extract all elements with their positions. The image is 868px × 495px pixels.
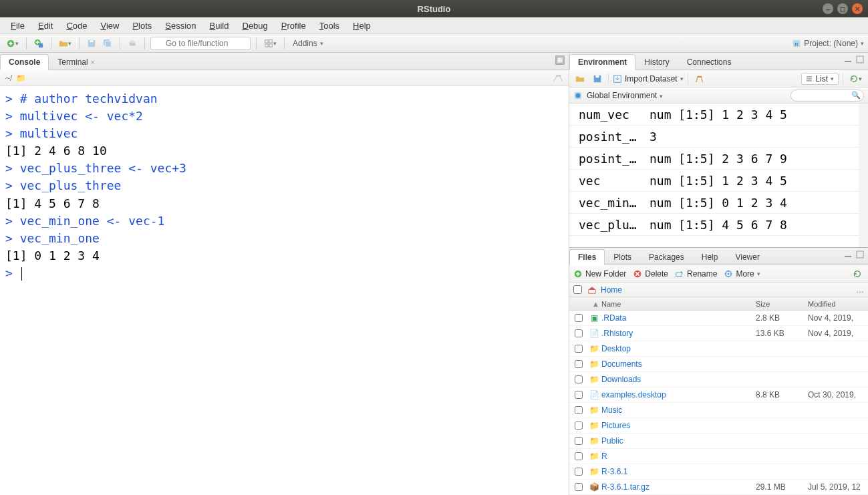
clear-env-button[interactable] — [692, 73, 706, 85]
file-checkbox[interactable] — [575, 314, 583, 322]
file-checkbox[interactable] — [575, 483, 583, 491]
menu-help[interactable]: Help — [346, 19, 378, 33]
file-row[interactable]: 📁R-3.6.1 — [569, 464, 868, 480]
file-name[interactable]: .RData — [600, 313, 756, 323]
file-name[interactable]: Downloads — [600, 375, 756, 384]
goto-input[interactable] — [150, 37, 251, 50]
file-name[interactable]: R-3.6.1.tar.gz — [600, 482, 756, 492]
file-name[interactable]: .Rhistory — [600, 329, 756, 338]
tab-packages[interactable]: Packages — [640, 249, 693, 265]
files-more-icon[interactable]: … — [856, 285, 864, 295]
refresh-env-button[interactable]: ▾ — [847, 73, 864, 85]
file-checkbox[interactable] — [575, 391, 583, 399]
file-row[interactable]: 📁Desktop — [569, 341, 868, 357]
env-scope-selector[interactable]: Global Environment ▾ — [587, 91, 663, 100]
window-maximize-button[interactable]: ◻ — [837, 3, 848, 14]
file-row[interactable]: ▣.RData2.8 KBNov 4, 2019, — [569, 311, 868, 326]
new-project-button[interactable] — [32, 37, 45, 49]
wd-browse-icon[interactable]: 📁 — [16, 73, 26, 83]
file-checkbox[interactable] — [575, 468, 583, 476]
file-row[interactable]: 📁Pictures — [569, 418, 868, 434]
open-env-button[interactable] — [573, 73, 587, 85]
open-file-button[interactable]: ▾ — [57, 37, 74, 49]
new-file-button[interactable]: ▾ — [4, 37, 21, 49]
tab-console[interactable]: Console — [0, 54, 49, 70]
col-modified[interactable]: Modified — [808, 300, 868, 308]
file-name[interactable]: Documents — [600, 359, 756, 369]
tab-history[interactable]: History — [635, 54, 678, 69]
goto-file-function[interactable]: ➜ — [150, 37, 251, 50]
new-folder-button[interactable]: New Folder — [573, 269, 626, 279]
console-output[interactable]: > # author techvidvan> multivec <- vec*2… — [0, 86, 569, 495]
grid-button[interactable]: ▾ — [262, 37, 279, 49]
file-row[interactable]: 📦R-3.6.1.tar.gz29.1 MBJul 5, 2019, 12 — [569, 480, 868, 495]
window-close-button[interactable]: ✕ — [852, 3, 863, 14]
file-name[interactable]: Desktop — [600, 344, 756, 353]
menu-view[interactable]: View — [94, 19, 126, 33]
menu-file[interactable]: File — [4, 19, 31, 33]
env-row[interactable]: num_vecnum [1:5] 1 2 3 4 5 — [569, 104, 859, 126]
menu-build[interactable]: Build — [203, 19, 236, 33]
tab-terminal[interactable]: Terminal× — [49, 54, 103, 69]
save-button[interactable] — [85, 37, 98, 49]
file-checkbox[interactable] — [575, 360, 583, 368]
env-view-toggle[interactable]: List ▾ — [801, 73, 839, 85]
env-row[interactable]: vec_min…num [1:5] 0 1 2 3 4 — [569, 192, 859, 214]
file-checkbox[interactable] — [575, 452, 583, 460]
menu-session[interactable]: Session — [158, 19, 202, 33]
file-checkbox[interactable] — [575, 329, 583, 337]
file-row[interactable]: 📁Music — [569, 403, 868, 418]
rename-button[interactable]: Rename — [675, 269, 717, 279]
breadcrumb-home[interactable]: Home — [601, 285, 622, 295]
env-row[interactable]: posint_…num [1:5] 2 3 6 7 9 — [569, 148, 859, 170]
file-name[interactable]: Music — [600, 405, 756, 415]
tab-files[interactable]: Files — [569, 249, 605, 265]
tab-help[interactable]: Help — [693, 249, 727, 265]
tab-plots[interactable]: Plots — [605, 249, 640, 265]
minimize-pane-icon[interactable] — [844, 55, 852, 63]
tab-environment[interactable]: Environment — [569, 54, 635, 70]
clear-console-icon[interactable] — [553, 73, 563, 83]
home-icon[interactable] — [587, 285, 597, 295]
col-name[interactable]: Name — [588, 300, 756, 308]
file-checkbox[interactable] — [575, 422, 583, 430]
file-checkbox[interactable] — [575, 406, 583, 414]
menu-edit[interactable]: Edit — [31, 19, 59, 33]
file-name[interactable]: R — [600, 452, 756, 461]
save-all-button[interactable] — [101, 37, 114, 49]
menu-code[interactable]: Code — [59, 19, 94, 33]
file-row[interactable]: 📁R — [569, 449, 868, 464]
delete-button[interactable]: Delete — [633, 269, 668, 279]
window-minimize-button[interactable]: ‒ — [823, 3, 833, 14]
menu-plots[interactable]: Plots — [126, 19, 158, 33]
menu-debug[interactable]: Debug — [236, 19, 275, 33]
save-env-button[interactable] — [591, 73, 604, 85]
file-checkbox[interactable] — [575, 437, 583, 445]
refresh-files-button[interactable] — [851, 268, 864, 280]
addins-menu[interactable]: Addins ▾ — [290, 39, 326, 48]
file-row[interactable]: 📄.Rhistory13.6 KBNov 4, 2019, — [569, 326, 868, 341]
file-checkbox[interactable] — [575, 345, 583, 353]
more-button[interactable]: More ▾ — [724, 269, 760, 279]
col-size[interactable]: Size — [756, 300, 808, 308]
file-name[interactable]: Public — [600, 436, 756, 446]
maximize-pane-icon[interactable] — [856, 251, 864, 259]
file-row[interactable]: 📄examples.desktop8.8 KBOct 30, 2019, — [569, 387, 868, 403]
import-dataset-button[interactable]: Import Dataset ▾ — [613, 74, 684, 84]
print-button[interactable] — [126, 37, 139, 49]
file-name[interactable]: R-3.6.1 — [600, 467, 756, 476]
file-row[interactable]: 📁Documents — [569, 357, 868, 372]
project-selector[interactable]: R Project: (None) ▾ — [792, 39, 864, 48]
select-all-checkbox[interactable] — [573, 285, 582, 294]
env-row[interactable]: posint_…3 — [569, 126, 859, 148]
menu-tools[interactable]: Tools — [313, 19, 346, 33]
pane-layout-icon[interactable] — [555, 55, 565, 65]
menu-profile[interactable]: Profile — [275, 19, 313, 33]
file-checkbox[interactable] — [575, 375, 583, 383]
maximize-pane-icon[interactable] — [856, 55, 864, 63]
file-name[interactable]: Pictures — [600, 421, 756, 430]
file-name[interactable]: examples.desktop — [600, 390, 756, 399]
env-row[interactable]: vec_plu…num [1:5] 4 5 6 7 8 — [569, 214, 859, 236]
close-icon[interactable]: × — [91, 59, 95, 66]
tab-connections[interactable]: Connections — [678, 54, 740, 69]
